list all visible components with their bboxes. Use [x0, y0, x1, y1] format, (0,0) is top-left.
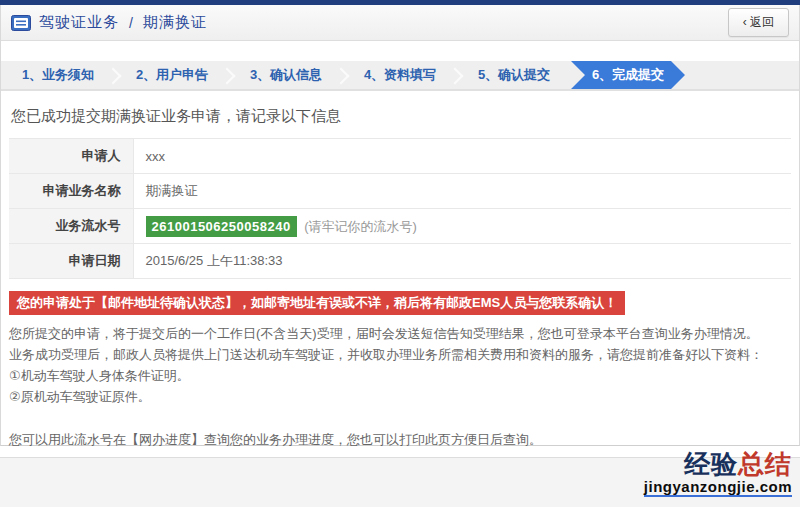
instruction-item-1: ①机动车驾驶人身体条件证明。 [9, 365, 791, 386]
row-value: 期满换证 [133, 174, 791, 209]
step-4-fill-data: 4、资料填写 [343, 61, 457, 89]
instruction-item-2: ②原机动车驾驶证原件。 [9, 386, 791, 407]
breadcrumb-current-page: 期满换证 [143, 13, 207, 32]
step-5-confirm-submit: 5、确认提交 [457, 61, 571, 89]
serial-number-badge: 261001506250058240 [146, 216, 297, 237]
step-2-user-declaration: 2、用户申告 [115, 61, 229, 89]
watermark-text-part1: 经验 [684, 449, 738, 479]
page: 驾驶证业务 / 期满换证 ‹ 返回 1、业务须知 2、用户申告 3、确认信息 4… [0, 0, 800, 507]
step-1-business-notice: 1、业务须知 [1, 61, 115, 89]
row-label: 申请日期 [9, 244, 133, 279]
step-3-confirm-info: 3、确认信息 [229, 61, 343, 89]
card-list-icon [11, 15, 31, 31]
breadcrumb: 驾驶证业务 / 期满换证 [11, 13, 728, 32]
instruction-paragraph: 您所提交的申请，将于提交后的一个工作日(不含当天)受理，届时会发送短信告知受理结… [9, 323, 791, 344]
progress-query-note: 您可以用此流水号在【网办进度】查询您的业务办理进度，您也可以打印此页方便日后查询… [9, 429, 791, 450]
step-label: 1、业务须知 [22, 66, 94, 84]
row-value: 261001506250058240 (请牢记你的流水号) [133, 209, 791, 244]
watermark-text-part2: 总结 [738, 449, 792, 479]
address-confirmation-warning: 您的申请处于【邮件地址待确认状态】，如邮寄地址有误或不详，稍后将有邮政EMS人员… [9, 291, 625, 315]
watermark-logo: 经验总结 jingyanzongjie.com [644, 451, 792, 497]
back-button[interactable]: ‹ 返回 [728, 8, 789, 37]
breadcrumb-separator: / [129, 15, 133, 31]
page-header: 驾驶证业务 / 期满换证 ‹ 返回 [1, 5, 799, 41]
breadcrumb-business-category[interactable]: 驾驶证业务 [39, 13, 119, 32]
instruction-paragraph: 业务成功受理后，邮政人员将提供上门送达机动车驾驶证，并收取办理业务所需相关费用和… [9, 344, 791, 365]
step-progress-bar: 1、业务须知 2、用户申告 3、确认信息 4、资料填写 5、确认提交 6、完成提… [1, 61, 799, 91]
watermark-domain: jingyanzongjie.com [644, 479, 792, 497]
step-bar-filler [685, 61, 799, 89]
row-value: 2015/6/25 上午11:38:33 [133, 244, 791, 279]
watermark-chinese-text: 经验总结 [644, 451, 792, 477]
instructions: 您所提交的申请，将于提交后的一个工作日(不含当天)受理，届时会发送短信告知受理结… [9, 323, 791, 407]
step-label: 6、完成提交 [592, 66, 664, 84]
step-label: 5、确认提交 [478, 66, 550, 84]
step-6-complete-submit-active: 6、完成提交 [571, 61, 685, 89]
serial-number-note: (请牢记你的流水号) [304, 219, 417, 234]
application-info-table: 申请人 xxx 申请业务名称 期满换证 业务流水号 26100150625005… [9, 138, 791, 279]
row-label: 业务流水号 [9, 209, 133, 244]
step-label: 2、用户申告 [136, 66, 208, 84]
row-label: 申请人 [9, 139, 133, 174]
main-content: 您已成功提交期满换证业务申请，请记录以下信息 申请人 xxx 申请业务名称 期满… [1, 91, 799, 450]
content-frame: 驾驶证业务 / 期满换证 ‹ 返回 1、业务须知 2、用户申告 3、确认信息 4… [0, 5, 800, 446]
table-row-business-name: 申请业务名称 期满换证 [9, 174, 791, 209]
row-value: xxx [133, 139, 791, 174]
table-row-serial-number: 业务流水号 261001506250058240 (请牢记你的流水号) [9, 209, 791, 244]
row-label: 申请业务名称 [9, 174, 133, 209]
success-heading: 您已成功提交期满换证业务申请，请记录以下信息 [9, 91, 791, 138]
step-label: 4、资料填写 [364, 66, 436, 84]
table-row-applicant: 申请人 xxx [9, 139, 791, 174]
step-label: 3、确认信息 [250, 66, 322, 84]
table-row-apply-date: 申请日期 2015/6/25 上午11:38:33 [9, 244, 791, 279]
